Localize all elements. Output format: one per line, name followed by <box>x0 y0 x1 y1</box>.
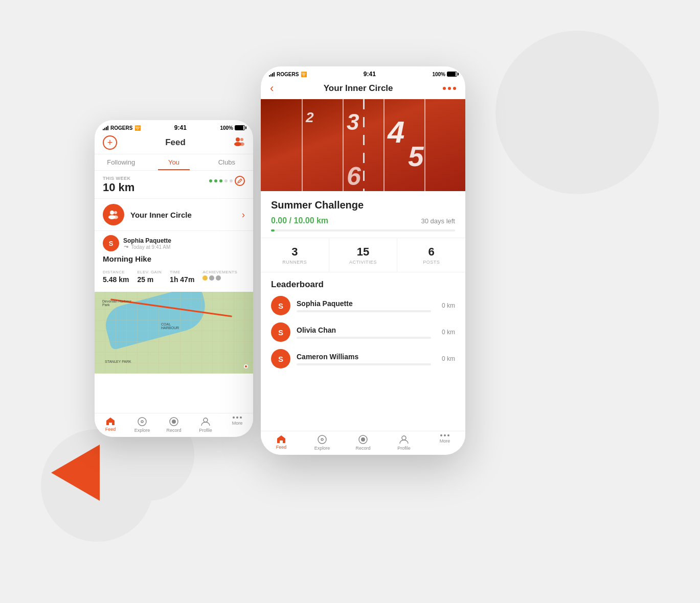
add-button[interactable]: + <box>103 135 117 150</box>
activity-map: Devonian HarbourPark COALHARBOUR STANLEY… <box>95 292 253 374</box>
lane-num-5: 5 <box>408 140 424 173</box>
leaderboard-km-1: 0 km <box>437 302 455 309</box>
nav-record[interactable]: Record <box>158 416 190 433</box>
stat-distance: Distance 5.48 km <box>103 266 129 284</box>
tab-you[interactable]: You <box>147 154 200 170</box>
leaderboard-item-1[interactable]: S Sophia Paquette 0 km <box>271 296 455 315</box>
svg-point-8 <box>126 246 128 248</box>
tabs-bar: Following You Clubs <box>95 154 253 171</box>
dot-2 <box>214 179 217 182</box>
signal-area: ROGERS 🛜 <box>103 125 141 131</box>
status-bar-front: ROGERS 🛜 9:41 100% <box>261 66 465 80</box>
nav-front-feed[interactable]: Feed <box>261 434 302 451</box>
svg-point-1 <box>240 138 243 141</box>
explore-icon <box>137 416 147 427</box>
leaderboard-name-1: Sophia Paquette <box>297 299 431 308</box>
svg-point-0 <box>236 137 240 142</box>
lane-num-3: 3 <box>347 109 359 135</box>
svg-point-14 <box>318 435 326 444</box>
dot-1 <box>209 179 212 182</box>
nav-explore[interactable]: Explore <box>126 416 158 433</box>
tab-following[interactable]: Following <box>95 154 147 170</box>
leaderboard-title: Leaderboard <box>271 280 455 290</box>
achievements-val <box>202 275 237 281</box>
svg-point-18 <box>402 436 406 440</box>
week-value: 10 km <box>103 181 134 194</box>
posts-label: POSTS <box>397 260 465 265</box>
stat-elevation: Elev. Gain 25 m <box>137 266 162 284</box>
dot-more-3 <box>453 87 456 90</box>
stat-runners: 3 RUNNERS <box>261 238 329 272</box>
elev-val: 25 m <box>137 275 162 284</box>
leaderboard-name-3: Cameron Williams <box>297 353 431 361</box>
nav-feed[interactable]: Feed <box>95 416 126 433</box>
home-icon <box>105 416 116 426</box>
nav-more[interactable]: More <box>221 416 253 433</box>
phone-feed: ROGERS 🛜 9:41 100% + Feed Following <box>95 120 253 437</box>
battery-front: 100% <box>432 72 457 77</box>
svg-point-12 <box>172 420 176 424</box>
lane-line-4 <box>424 99 425 191</box>
leaderboard-item-2[interactable]: S Olivia Chan 0 km <box>271 322 455 342</box>
battery-fill-front <box>447 72 456 76</box>
stats-section: 3 RUNNERS 15 ACTIVITIES 6 POSTS <box>261 238 465 272</box>
map-end-marker <box>244 364 248 368</box>
stat-posts: 6 POSTS <box>397 238 465 272</box>
signal-bars <box>103 125 108 130</box>
carrier-label: ROGERS <box>110 125 132 131</box>
record-icon <box>169 416 179 427</box>
nav-front-record[interactable]: Record <box>343 434 383 451</box>
nav-header-back: + Feed <box>95 133 253 154</box>
leaderboard-info-1: Sophia Paquette <box>297 299 431 312</box>
nav-front-more[interactable]: More <box>424 434 465 451</box>
activity-user: S Sophia Paquette Today at 9:41 AM <box>103 235 245 251</box>
track-lanes: 2 3 4 5 6 <box>261 99 465 191</box>
carrier-front: ROGERS <box>277 72 299 77</box>
bg-circle-top-right <box>495 31 659 194</box>
svg-point-3 <box>239 142 244 146</box>
bottom-nav-back: Feed Explore Record Profile <box>95 413 253 437</box>
inner-circle-row[interactable]: Your Inner Circle › <box>95 198 253 231</box>
back-button[interactable]: ‹ <box>270 82 274 95</box>
dot-4 <box>224 179 228 182</box>
phone-inner-circle: ROGERS 🛜 9:41 100% ‹ Your Inner Circle <box>261 66 465 455</box>
track-image: 2 3 4 5 6 <box>261 99 465 191</box>
week-stats: THIS WEEK 10 km <box>95 171 253 198</box>
lane-line-1 <box>302 99 303 191</box>
runners-label: RUNNERS <box>261 260 329 265</box>
user-info: Sophia Paquette Today at 9:41 AM <box>123 237 171 250</box>
wifi-icon: 🛜 <box>134 125 141 131</box>
nav-profile[interactable]: Profile <box>190 416 221 433</box>
nav-front-profile[interactable]: Profile <box>383 434 424 451</box>
time-display-back: 9:41 <box>174 124 187 131</box>
leaderboard-avatar-3: S <box>271 349 290 368</box>
inner-circle-label: Your Inner Circle <box>130 211 192 219</box>
tab-clubs[interactable]: Clubs <box>200 154 253 170</box>
stats-row: Distance 5.48 km Elev. Gain 25 m Time 1h… <box>103 266 245 284</box>
leaderboard-item-3[interactable]: S Cameron Williams 0 km <box>271 349 455 368</box>
signal-area-front: ROGERS 🛜 <box>269 72 307 77</box>
battery-icon <box>235 125 245 130</box>
svg-point-9 <box>138 418 146 426</box>
wifi-icon-front: 🛜 <box>301 72 307 77</box>
posts-num: 6 <box>397 245 465 259</box>
dots-indicator <box>209 176 245 186</box>
days-left: 30 days left <box>421 217 456 225</box>
activities-label: ACTIVITIES <box>329 260 397 265</box>
edit-icon[interactable] <box>235 176 245 186</box>
people-icon <box>234 137 245 149</box>
leaderboard-km-3: 0 km <box>437 355 455 362</box>
profile-icon <box>200 416 211 427</box>
user-avatar: S <box>103 235 119 251</box>
battery-fill <box>235 126 243 130</box>
more-options-button[interactable] <box>443 87 456 90</box>
leaderboard-name-2: Olivia Chan <box>297 326 431 334</box>
svg-point-13 <box>204 418 208 422</box>
lane-num-4: 4 <box>388 114 404 150</box>
leaderboard-bar-3 <box>297 363 431 365</box>
activity-card: S Sophia Paquette Today at 9:41 AM Morni… <box>95 231 253 292</box>
week-label: THIS WEEK <box>103 176 134 181</box>
nav-front-explore[interactable]: Explore <box>302 434 343 451</box>
dot-more-1 <box>443 87 446 90</box>
bottom-nav-front: Feed Explore Record Profile <box>261 431 465 455</box>
